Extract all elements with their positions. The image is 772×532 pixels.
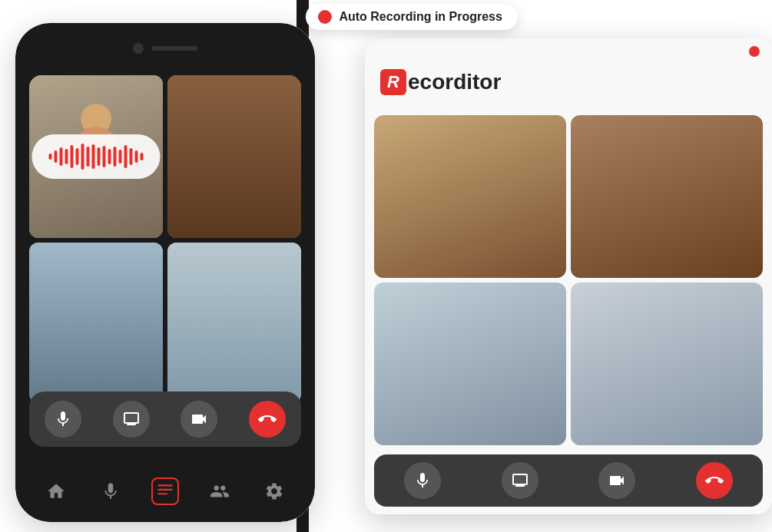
recordings-icon bbox=[155, 481, 175, 501]
mic-button[interactable] bbox=[45, 401, 81, 438]
monitor-icon bbox=[122, 410, 141, 428]
nav-settings-icon[interactable] bbox=[259, 476, 290, 507]
camera-button[interactable] bbox=[181, 401, 217, 438]
video-cell-1 bbox=[29, 75, 163, 238]
screen-share-button[interactable] bbox=[113, 401, 150, 438]
logo-r-box: R bbox=[380, 69, 406, 95]
svg-rect-2 bbox=[157, 493, 167, 494]
logo-ecorditor-text: ecorditor bbox=[408, 70, 501, 94]
phone-speaker-icon bbox=[151, 46, 197, 51]
recording-text: Auto Recording in Progress bbox=[339, 10, 502, 24]
mic-icon bbox=[54, 410, 72, 428]
tablet-camera-button[interactable] bbox=[598, 462, 635, 499]
tablet-mic-button[interactable] bbox=[404, 462, 441, 499]
logo-r-letter: R bbox=[387, 72, 399, 92]
tablet-recording-dot bbox=[749, 46, 760, 57]
tablet-video-grid bbox=[374, 115, 763, 445]
recording-dot-icon bbox=[317, 10, 331, 24]
phone-controls-bar bbox=[29, 392, 301, 447]
recorditor-logo: R ecorditor bbox=[380, 69, 501, 95]
waveform-overlay bbox=[32, 134, 161, 179]
nav-home-icon[interactable] bbox=[41, 476, 71, 507]
video-cell-2 bbox=[167, 75, 301, 238]
tablet-screen: R ecorditor bbox=[365, 38, 772, 514]
end-call-icon bbox=[258, 410, 277, 428]
logo-full-text: ecorditor bbox=[408, 70, 501, 94]
nav-recordings-icon[interactable] bbox=[150, 476, 181, 507]
settings-icon bbox=[264, 481, 284, 501]
phone-notch bbox=[115, 35, 215, 61]
tablet-end-call-button[interactable] bbox=[696, 462, 733, 499]
home-icon bbox=[46, 481, 66, 501]
phone-device bbox=[15, 23, 315, 522]
nav-mic-icon[interactable] bbox=[95, 476, 126, 507]
tablet-mic-icon bbox=[413, 471, 432, 490]
video-cell-4 bbox=[167, 243, 301, 405]
svg-rect-1 bbox=[157, 489, 173, 491]
phone-screen bbox=[15, 23, 315, 522]
contacts-icon bbox=[210, 481, 230, 501]
tablet-device: R ecorditor bbox=[365, 38, 772, 514]
tablet-controls-bar bbox=[374, 454, 763, 507]
recording-bubble: Auto Recording in Progress bbox=[305, 4, 517, 30]
video-cell-3 bbox=[29, 243, 163, 405]
tablet-monitor-icon bbox=[511, 471, 529, 490]
waveform-bars bbox=[49, 144, 144, 170]
tablet-video-cell-3 bbox=[374, 283, 566, 445]
front-camera-icon bbox=[133, 43, 144, 54]
tablet-video-cell-4 bbox=[571, 283, 763, 445]
end-call-button[interactable] bbox=[249, 401, 286, 438]
svg-rect-0 bbox=[157, 484, 173, 486]
tablet-video-cell-2 bbox=[571, 115, 763, 278]
mic-nav-icon bbox=[101, 481, 121, 501]
tablet-topbar bbox=[749, 46, 760, 57]
nav-contacts-icon[interactable] bbox=[204, 476, 235, 507]
phone-bottom-nav bbox=[29, 476, 301, 507]
camera-icon bbox=[190, 410, 208, 428]
phone-video-grid bbox=[29, 75, 301, 405]
tablet-screen-share-button[interactable] bbox=[502, 462, 538, 499]
tablet-end-call-icon bbox=[705, 471, 724, 490]
scene: Auto Recording in Progress bbox=[0, 0, 772, 532]
tablet-camera-icon bbox=[608, 471, 626, 490]
tablet-video-cell-1 bbox=[374, 115, 566, 278]
